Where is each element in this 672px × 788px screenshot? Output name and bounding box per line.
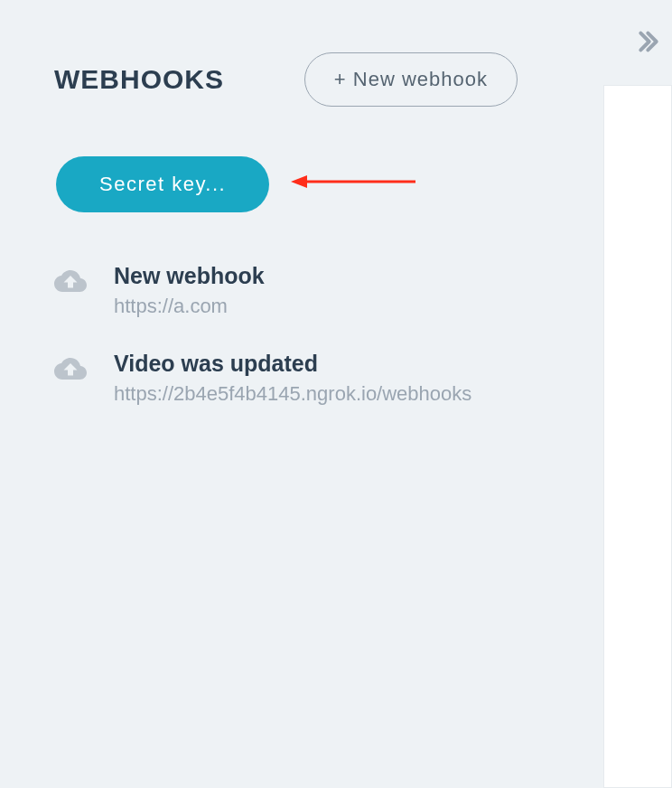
cloud-upload-icon — [54, 352, 87, 385]
webhook-list: New webhook https://a.com Video was upda… — [54, 263, 585, 406]
page-title: WEBHOOKS — [54, 64, 224, 95]
webhook-text: New webhook https://a.com — [114, 263, 265, 318]
chevron-double-right-icon[interactable] — [632, 27, 661, 56]
webhook-url: https://a.com — [114, 295, 265, 318]
webhook-item[interactable]: New webhook https://a.com — [54, 263, 585, 318]
webhooks-panel: WEBHOOKS + New webhook Secret key... New… — [0, 0, 603, 788]
webhook-url: https://2b4e5f4b4145.ngrok.io/webhooks — [114, 382, 471, 406]
webhook-name: Video was updated — [114, 351, 471, 377]
new-webhook-button[interactable]: + New webhook — [304, 52, 518, 107]
cloud-upload-icon — [54, 265, 87, 297]
header-row: WEBHOOKS + New webhook — [54, 52, 585, 107]
secret-key-button[interactable]: Secret key... — [56, 156, 269, 212]
webhook-item[interactable]: Video was updated https://2b4e5f4b4145.n… — [54, 351, 585, 406]
webhook-text: Video was updated https://2b4e5f4b4145.n… — [114, 351, 471, 406]
webhook-name: New webhook — [114, 263, 265, 289]
side-panel-edge — [603, 85, 672, 788]
